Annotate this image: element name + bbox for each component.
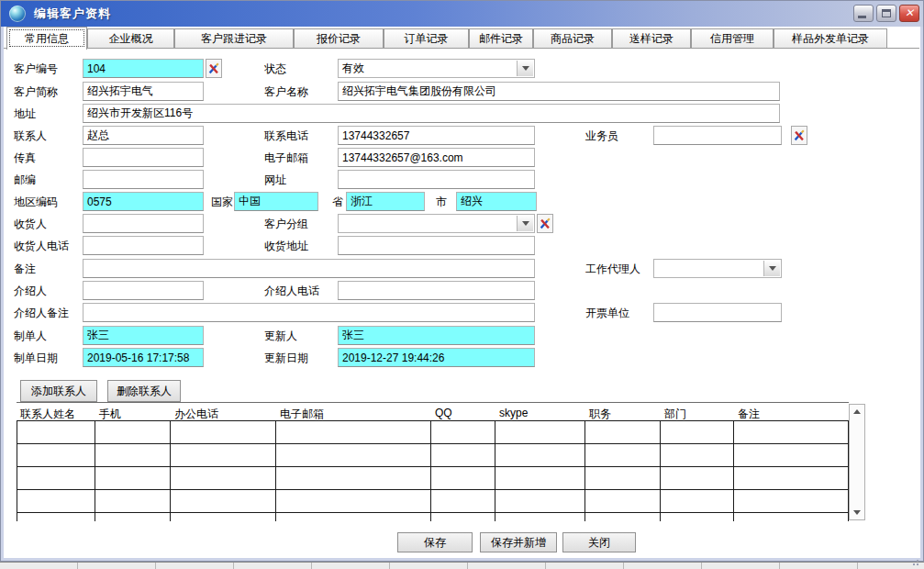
work-agent-dropdown[interactable]	[653, 259, 782, 278]
chevron-down-icon[interactable]	[517, 61, 533, 76]
scroll-down-icon[interactable]	[850, 506, 864, 519]
contact-cell	[171, 444, 276, 467]
contact-cell	[495, 444, 585, 467]
introducer-input[interactable]	[83, 281, 204, 300]
contacts-grid-scrollbar[interactable]	[849, 404, 865, 520]
consignee-input[interactable]	[83, 214, 204, 233]
contact-cell	[171, 513, 276, 521]
contact-row[interactable]	[17, 421, 849, 444]
customer-no-lookup-button[interactable]	[206, 59, 222, 78]
chevron-down-icon[interactable]	[763, 261, 780, 276]
status-label: 状态	[264, 62, 286, 75]
country-input[interactable]	[234, 192, 318, 211]
crossed-pens-icon	[207, 62, 220, 75]
website-label: 网址	[264, 173, 286, 186]
close-dialog-button[interactable]: 关闭	[562, 532, 636, 552]
introducer-phone-input[interactable]	[338, 281, 535, 300]
resize-grip[interactable]	[909, 556, 918, 565]
salesman-lookup-button[interactable]	[791, 126, 807, 145]
contact-cell	[495, 421, 585, 444]
introducer-remark-input[interactable]	[83, 303, 535, 322]
close-button[interactable]: ✕	[899, 5, 919, 22]
tab-mail-records[interactable]: 邮件记录	[469, 28, 533, 48]
area-code-label: 地区编码	[14, 195, 58, 208]
contacts-column-header: 电子邮箱	[276, 403, 431, 421]
contact-row[interactable]	[17, 467, 849, 490]
contact-cell	[585, 467, 661, 490]
tab-followup-records[interactable]: 客户跟进记录	[174, 28, 294, 48]
contact-cell	[585, 513, 661, 521]
contact-cell	[276, 444, 431, 467]
contact-person-input[interactable]	[83, 126, 204, 145]
customer-group-label: 客户分组	[264, 218, 308, 230]
salesman-label: 业务员	[585, 129, 618, 142]
contact-row[interactable]	[17, 444, 849, 467]
window-title: 编辑客户资料	[34, 1, 111, 26]
email-input[interactable]	[338, 148, 535, 167]
website-input[interactable]	[338, 170, 535, 189]
chevron-down-icon[interactable]	[517, 216, 533, 231]
tab-company-profile[interactable]: 企业概况	[87, 28, 174, 48]
contact-cell	[95, 513, 171, 521]
contact-cell	[495, 490, 585, 513]
province-input[interactable]	[346, 192, 425, 211]
tab-credit-management[interactable]: 信用管理	[691, 28, 774, 48]
tab-product-records[interactable]: 商品记录	[533, 28, 612, 48]
salesman-input[interactable]	[653, 126, 782, 145]
tab-sample-records[interactable]: 送样记录	[612, 28, 691, 48]
contact-person-label: 联系人	[14, 129, 47, 142]
save-and-new-button[interactable]: 保存并新增	[480, 532, 557, 552]
contact-row[interactable]	[17, 513, 849, 521]
contacts-column-header: 手机	[95, 403, 171, 421]
area-code-input[interactable]	[83, 192, 204, 211]
background-window-sliver	[0, 562, 924, 569]
customer-group-lookup-button[interactable]	[537, 214, 553, 233]
update-date-input[interactable]	[338, 348, 535, 367]
tab-common-info[interactable]: 常用信息	[6, 27, 87, 50]
maximize-button[interactable]	[876, 5, 896, 22]
address-input[interactable]	[83, 104, 780, 123]
contact-cell	[276, 467, 431, 490]
contact-phone-input[interactable]	[338, 126, 535, 145]
contact-cell	[171, 421, 276, 444]
scroll-up-icon[interactable]	[850, 405, 864, 418]
create-date-label: 制单日期	[14, 351, 58, 364]
contact-row[interactable]	[17, 490, 849, 513]
remark-input[interactable]	[83, 259, 535, 278]
customer-no-input[interactable]	[83, 59, 204, 78]
full-name-input[interactable]	[338, 82, 780, 101]
postcode-input[interactable]	[83, 170, 204, 189]
minimize-button[interactable]	[853, 5, 874, 22]
contact-cell	[734, 421, 849, 444]
tab-sample-outgoing-records[interactable]: 样品外发单记录	[774, 28, 887, 48]
province-label: 省	[332, 195, 343, 208]
fax-input[interactable]	[83, 148, 204, 167]
contact-cell	[661, 490, 734, 513]
contacts-column-header: skype	[495, 403, 585, 421]
city-input[interactable]	[456, 192, 537, 211]
status-dropdown[interactable]: 有效	[338, 59, 535, 78]
delete-contact-button[interactable]: 删除联系人	[107, 380, 181, 402]
updater-label: 更新人	[264, 329, 297, 342]
crossed-pens-icon	[539, 218, 551, 230]
tab-order-records[interactable]: 订单记录	[384, 28, 469, 48]
invoice-unit-label: 开票单位	[585, 307, 629, 319]
create-date-input[interactable]	[83, 348, 204, 367]
invoice-unit-input[interactable]	[653, 303, 782, 322]
short-name-input[interactable]	[83, 82, 204, 101]
contact-cell	[495, 467, 585, 490]
add-contact-button[interactable]: 添加联系人	[20, 380, 97, 402]
contact-cell	[495, 513, 585, 521]
consignee-phone-input[interactable]	[83, 236, 204, 255]
updater-input[interactable]	[338, 326, 535, 345]
tab-quote-records[interactable]: 报价记录	[294, 28, 384, 48]
titlebar[interactable]: 编辑客户资料 ✕	[1, 1, 923, 27]
save-button[interactable]: 保存	[397, 532, 473, 552]
contact-cell	[431, 513, 495, 521]
customer-group-dropdown[interactable]	[338, 214, 535, 233]
delivery-address-label: 收货地址	[264, 240, 308, 252]
contact-cell	[585, 421, 661, 444]
contacts-column-header: 部门	[661, 403, 734, 421]
delivery-address-input[interactable]	[338, 236, 535, 255]
creator-input[interactable]	[83, 326, 204, 345]
